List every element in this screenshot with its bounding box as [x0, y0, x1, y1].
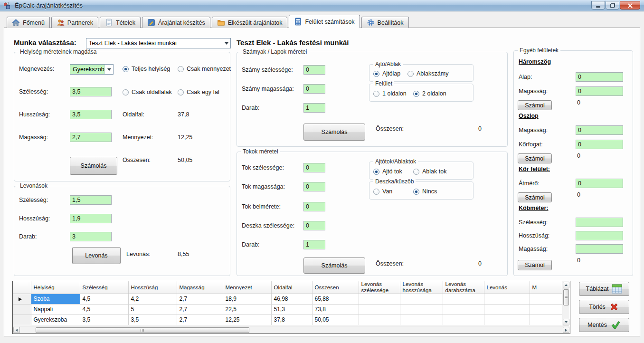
cell[interactable]: Szoba — [31, 294, 80, 304]
cell[interactable] — [484, 314, 530, 325]
col-header[interactable]: Oldalfal — [271, 281, 312, 294]
haromszog-magassag-input[interactable] — [576, 86, 623, 96]
vertical-scroll-thumb[interactable] — [563, 289, 569, 305]
szarnyak-szamolas-button[interactable]: Számolás — [303, 124, 365, 141]
row-selector-cell[interactable] — [13, 314, 31, 325]
tab-elkeszult-arajanlatok[interactable]: Elkészült árajánlatok — [212, 17, 288, 28]
cell[interactable] — [530, 294, 562, 304]
cell[interactable]: 18,9 — [223, 294, 271, 304]
title-bar[interactable]: ÉpCalc árajánlatkészítés — [0, 0, 644, 11]
cell[interactable] — [400, 294, 443, 304]
szarny-szelesseg-input[interactable] — [303, 65, 325, 75]
oszlop-szamol-button[interactable]: Számol — [518, 153, 552, 163]
table-row[interactable]: Gyerekszoba 3,5 3,5 2,7 12,25 37,8 50,05 — [13, 314, 562, 325]
kobmeter-szelesseg-input[interactable] — [576, 218, 623, 227]
table-row[interactable]: Szoba 4,5 4,2 2,7 18,9 46,98 65,88 — [13, 294, 562, 304]
col-header[interactable]: Mennyezet — [223, 281, 271, 294]
col-header[interactable]: Levonás darabszáma — [443, 281, 484, 294]
cell[interactable] — [443, 294, 484, 304]
tab-arajanlat-keszites[interactable]: Árajánlat készítés — [142, 17, 210, 28]
radio-2-oldalon[interactable]: 2 oldalon — [413, 90, 446, 97]
tab-tetelek[interactable]: Tételek — [100, 17, 141, 28]
cell[interactable] — [400, 304, 443, 314]
haromszog-szamol-button[interactable]: Számol — [518, 100, 552, 110]
cell[interactable] — [484, 294, 530, 304]
radio-van[interactable]: Van — [373, 188, 392, 195]
col-header[interactable]: Összesen — [312, 281, 359, 294]
cell[interactable]: Gyerekszoba — [31, 314, 80, 325]
col-header[interactable]: Magasság — [177, 281, 223, 294]
cell[interactable] — [484, 304, 530, 314]
tokok-darab-input[interactable] — [303, 240, 325, 249]
radio-1-oldalon[interactable]: 1 oldalon — [373, 90, 407, 97]
cell[interactable]: 2,7 — [177, 314, 223, 325]
torles-button[interactable]: Törlés — [579, 300, 629, 314]
row-selector-cell[interactable] — [13, 304, 31, 314]
cell[interactable]: 37,8 — [271, 314, 312, 325]
megnevezes-combobox[interactable]: Gyerekszoba — [70, 64, 114, 75]
cell[interactable]: 5 — [128, 304, 177, 314]
scroll-right-button[interactable] — [563, 327, 569, 333]
levonas-hosszusag-input[interactable] — [70, 214, 112, 223]
col-header[interactable]: Levonás szélessége — [359, 281, 400, 294]
col-header[interactable]: Szélesség — [80, 281, 128, 294]
combo-dropdown-button[interactable] — [222, 38, 230, 48]
kor-szamol-button[interactable]: Számol — [518, 192, 552, 202]
tab-fomenu[interactable]: Főmenü — [7, 17, 50, 28]
close-button[interactable] — [620, 1, 640, 10]
deszka-szelessege-input[interactable] — [303, 221, 325, 230]
cell[interactable]: 2,7 — [177, 294, 223, 304]
kobmeter-hosszusag-input[interactable] — [576, 231, 623, 240]
oszlop-magassag-input[interactable] — [576, 125, 623, 135]
cell[interactable] — [359, 314, 400, 325]
room-szamolas-button[interactable]: Számolás — [70, 157, 117, 175]
table-row[interactable]: Nappali 4,5 5 2,7 22,5 51,3 73,8 — [13, 304, 562, 314]
radio-nincs[interactable]: Nincs — [413, 188, 437, 195]
scroll-up-button[interactable] — [563, 282, 569, 288]
kor-atmero-input[interactable] — [576, 179, 623, 188]
kobmeter-szamol-button[interactable]: Számol — [518, 260, 552, 270]
radio-ajto-tok[interactable]: Ajtó tok — [373, 168, 402, 175]
room-magassag-input[interactable] — [70, 133, 112, 142]
horizontal-scrollbar[interactable] — [13, 326, 570, 333]
levonas-darab-input[interactable] — [70, 232, 112, 241]
cell[interactable]: 50,05 — [312, 314, 359, 325]
tok-magassaga-input[interactable] — [303, 182, 325, 191]
vertical-scrollbar[interactable] — [562, 281, 570, 326]
radio-csak-egy-fal[interactable]: Csak egy fal — [178, 89, 219, 95]
cell[interactable]: 22,5 — [223, 304, 271, 314]
radio-ablak-tok[interactable]: Ablak tok — [413, 168, 446, 175]
tab-beallitasok[interactable]: Beállítáok — [361, 17, 409, 28]
tablazat-button[interactable]: Táblázat — [579, 282, 629, 296]
cell[interactable] — [359, 294, 400, 304]
cell[interactable] — [530, 314, 562, 325]
radio-ablakszamy[interactable]: Ablakszámy — [407, 70, 448, 77]
cell[interactable]: 3,5 — [128, 314, 177, 325]
levonas-button[interactable]: Levonás — [72, 247, 121, 264]
room-husszusag-input[interactable] — [70, 110, 112, 119]
cell[interactable] — [400, 314, 443, 325]
cell[interactable]: 2,7 — [177, 304, 223, 314]
cell[interactable]: 65,88 — [312, 294, 359, 304]
scroll-left-button[interactable] — [13, 327, 20, 333]
col-header[interactable]: Hosszúság — [128, 281, 177, 294]
rooms-data-grid[interactable]: Helyiség Szélesség Hosszúság Magasság Me… — [12, 281, 570, 334]
radio-teljes-helyiseg[interactable]: Teljes helyiség — [123, 66, 170, 72]
tok-szelessege-input[interactable] — [303, 163, 325, 172]
cell[interactable]: Nappali — [31, 304, 80, 314]
cell[interactable]: 3,5 — [80, 314, 128, 325]
col-header[interactable]: Helyiség — [31, 281, 80, 294]
tok-belmerete-input[interactable] — [303, 202, 325, 211]
restore-button[interactable] — [606, 1, 619, 10]
radio-ajtolap[interactable]: Ajtólap — [373, 70, 400, 77]
tab-felulet-szamitasok[interactable]: Felület számítások — [289, 15, 360, 28]
scroll-down-button[interactable] — [563, 319, 569, 325]
oszlop-korfogat-input[interactable] — [576, 140, 623, 149]
cell[interactable]: 4,5 — [80, 304, 128, 314]
szarny-darab-input[interactable] — [303, 103, 325, 113]
radio-csak-oldalfalak[interactable]: Csak oldalfalak — [123, 89, 172, 95]
cell[interactable]: 4,5 — [80, 294, 128, 304]
cell[interactable]: 12,25 — [223, 314, 271, 325]
kobmeter-magassag-input[interactable] — [576, 244, 623, 254]
row-selector-cell[interactable] — [13, 294, 31, 304]
